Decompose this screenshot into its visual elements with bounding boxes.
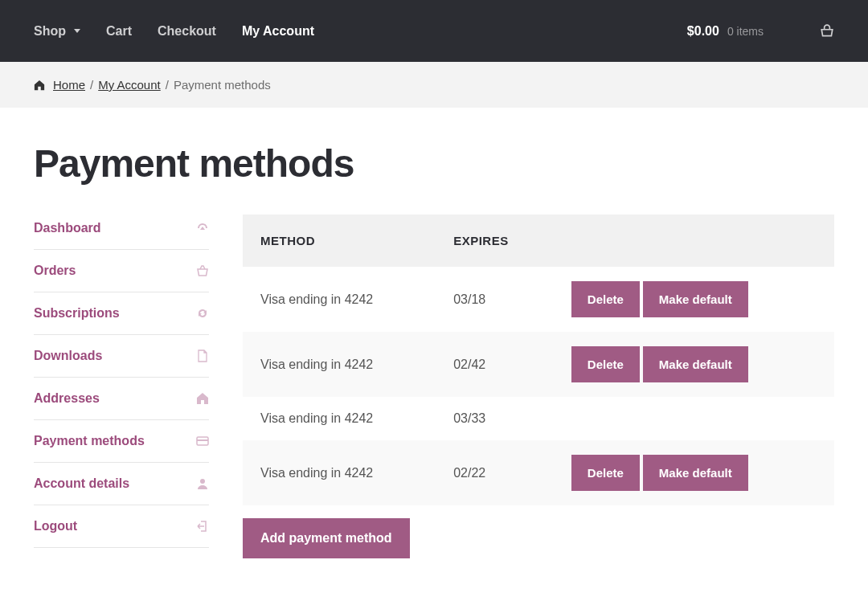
- cart-count: 0 items: [727, 25, 764, 38]
- main-panel: METHOD EXPIRES Visa ending in 424203/18D…: [243, 215, 834, 558]
- cell-actions: [554, 397, 834, 440]
- cell-actions: DeleteMake default: [554, 267, 834, 332]
- nav-item-cart[interactable]: Cart: [106, 24, 132, 39]
- chevron-down-icon: [74, 29, 80, 33]
- sidebar-item-payment-methods[interactable]: Payment methods: [34, 420, 209, 463]
- sidebar-item-label: Orders: [34, 264, 76, 278]
- cell-method: Visa ending in 4242: [243, 267, 436, 332]
- cell-method: Visa ending in 4242: [243, 332, 436, 397]
- card-icon: [196, 435, 209, 448]
- sidebar-item-subscriptions[interactable]: Subscriptions: [34, 292, 209, 335]
- add-payment-method-button[interactable]: Add payment method: [243, 518, 410, 558]
- sidebar-item-orders[interactable]: Orders: [34, 250, 209, 292]
- top-nav: Shop Cart Checkout My Account $0.00 0 it…: [0, 0, 868, 62]
- cell-method: Visa ending in 4242: [243, 397, 436, 440]
- sidebar-item-label: Downloads: [34, 349, 102, 363]
- home-icon: [196, 392, 209, 405]
- sidebar-item-dashboard[interactable]: Dashboard: [34, 215, 209, 250]
- sidebar-item-label: Account details: [34, 476, 129, 491]
- nav-item-shop[interactable]: Shop: [34, 24, 80, 39]
- cart-amount: $0.00: [687, 24, 719, 39]
- home-icon: [34, 80, 45, 91]
- sidebar-item-label: Addresses: [34, 391, 100, 406]
- sidebar-item-label: Dashboard: [34, 221, 101, 235]
- nav-label: Checkout: [158, 24, 216, 39]
- nav-item-my-account[interactable]: My Account: [242, 24, 314, 39]
- table-row: Visa ending in 424202/22DeleteMake defau…: [243, 440, 834, 505]
- make-default-button[interactable]: Make default: [643, 455, 748, 491]
- table-row: Visa ending in 424203/33: [243, 397, 834, 440]
- delete-button[interactable]: Delete: [571, 346, 640, 382]
- cell-method: Visa ending in 4242: [243, 440, 436, 505]
- cart-summary[interactable]: $0.00 0 items: [687, 24, 834, 39]
- payment-methods-table: METHOD EXPIRES Visa ending in 424203/18D…: [243, 215, 834, 505]
- sidebar-item-logout[interactable]: Logout: [34, 505, 209, 548]
- breadcrumb-account[interactable]: My Account: [98, 78, 161, 92]
- delete-button[interactable]: Delete: [571, 455, 640, 491]
- cell-expires: 03/33: [436, 397, 554, 440]
- refresh-icon: [196, 307, 209, 320]
- sidebar-item-label: Logout: [34, 519, 77, 533]
- cell-actions: DeleteMake default: [554, 440, 834, 505]
- sidebar-item-downloads[interactable]: Downloads: [34, 335, 209, 378]
- sidebar-item-account-details[interactable]: Account details: [34, 463, 209, 505]
- account-sidebar: Dashboard Orders Subscriptions Downloads…: [34, 215, 209, 558]
- nav-left: Shop Cart Checkout My Account: [34, 24, 314, 39]
- basket-icon: [820, 24, 834, 39]
- nav-label: My Account: [242, 24, 314, 39]
- th-expires: EXPIRES: [436, 215, 554, 267]
- page-title: Payment methods: [34, 141, 834, 186]
- nav-label: Cart: [106, 24, 132, 39]
- table-row: Visa ending in 424203/18DeleteMake defau…: [243, 267, 834, 332]
- basket-icon: [196, 264, 209, 277]
- make-default-button[interactable]: Make default: [643, 346, 748, 382]
- sidebar-item-label: Payment methods: [34, 434, 145, 448]
- th-method: METHOD: [243, 215, 436, 267]
- breadcrumb-home[interactable]: Home: [53, 78, 85, 92]
- sidebar-item-label: Subscriptions: [34, 306, 120, 321]
- th-actions: [554, 215, 834, 267]
- cell-expires: 02/42: [436, 332, 554, 397]
- make-default-button[interactable]: Make default: [643, 281, 748, 317]
- sidebar-item-addresses[interactable]: Addresses: [34, 378, 209, 420]
- file-icon: [196, 349, 209, 362]
- cell-expires: 02/22: [436, 440, 554, 505]
- logout-icon: [196, 520, 209, 533]
- dashboard-icon: [196, 222, 209, 235]
- breadcrumb-sep: /: [90, 78, 93, 92]
- breadcrumb-current: Payment methods: [174, 78, 271, 92]
- breadcrumb: Home / My Account / Payment methods: [0, 62, 868, 108]
- cell-actions: DeleteMake default: [554, 332, 834, 397]
- nav-label: Shop: [34, 24, 66, 39]
- breadcrumb-sep: /: [166, 78, 169, 92]
- delete-button[interactable]: Delete: [571, 281, 640, 317]
- user-icon: [196, 477, 209, 490]
- table-row: Visa ending in 424202/42DeleteMake defau…: [243, 332, 834, 397]
- cell-expires: 03/18: [436, 267, 554, 332]
- nav-item-checkout[interactable]: Checkout: [158, 24, 216, 39]
